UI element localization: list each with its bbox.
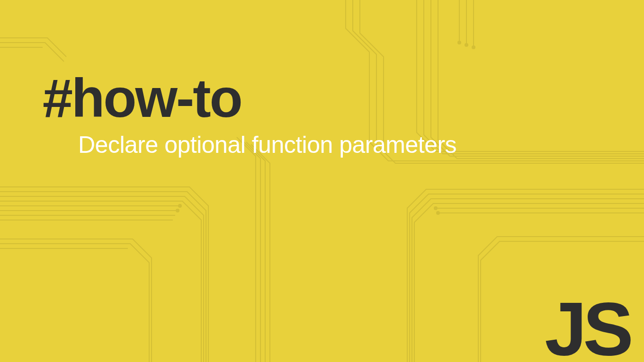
svg-point-0: [179, 204, 181, 207]
hashtag-label: #how-to: [43, 71, 644, 125]
svg-point-3: [437, 212, 439, 214]
svg-point-1: [176, 209, 179, 212]
js-logo: JS: [545, 291, 630, 362]
main-content: #how-to Declare optional function parame…: [0, 0, 644, 159]
article-title: Declare optional function parameters: [78, 131, 644, 159]
svg-point-2: [434, 207, 437, 210]
